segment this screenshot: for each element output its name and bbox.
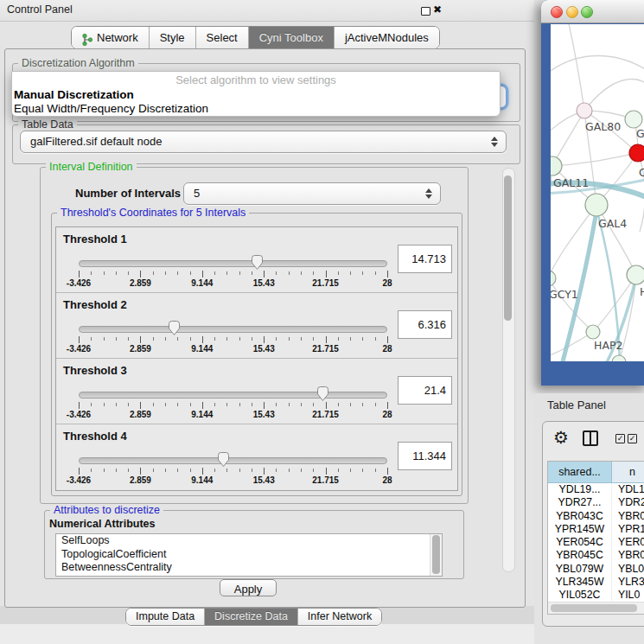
network-node[interactable] xyxy=(551,271,556,286)
cell-name[interactable]: YBR0 xyxy=(612,510,644,523)
network-node[interactable] xyxy=(625,111,642,128)
threshold-slider[interactable] xyxy=(79,386,387,402)
network-canvas[interactable]: GAL80GACGAL11GAL4GCY1HHAP2 xyxy=(551,24,644,361)
tick-mark xyxy=(128,469,129,472)
tab-discretize-data[interactable]: Discretize Data xyxy=(204,609,297,625)
close-icon[interactable]: ✖ xyxy=(433,3,442,16)
table-row[interactable]: YPR145WYPR1 xyxy=(548,523,644,536)
network-edge xyxy=(568,24,584,111)
table-data-combobox[interactable]: galFiltered.sif default node xyxy=(20,131,507,153)
list-item[interactable]: SelfLoops xyxy=(56,534,442,548)
scrollbar-thumb[interactable] xyxy=(551,604,637,612)
cell-shared-name[interactable]: YIL052C xyxy=(548,589,612,602)
table-row[interactable]: YDL19...YDL1 xyxy=(548,483,644,496)
table-row[interactable]: YER054CYER0 xyxy=(548,536,644,549)
cell-shared-name[interactable]: YPR145W xyxy=(548,523,612,536)
split-columns-icon[interactable] xyxy=(583,430,598,446)
popup-item-manual-discretization[interactable]: Manual Discretization xyxy=(12,88,500,102)
tick-mark xyxy=(276,271,277,275)
popup-item-equal-width-frequency[interactable]: Equal Width/Frequency Discretization xyxy=(12,102,500,116)
table-row[interactable]: YBR043CYBR0 xyxy=(548,510,644,523)
slider-track[interactable] xyxy=(79,392,387,399)
threshold-value-field[interactable]: 14.713 xyxy=(398,245,452,273)
cell-name[interactable]: YBL0 xyxy=(612,563,644,576)
float-window-icon[interactable] xyxy=(421,7,430,16)
horizontal-scrollbar[interactable] xyxy=(548,602,644,614)
tab-infer-network[interactable]: Infer Network xyxy=(297,609,381,625)
slider-thumb-icon[interactable] xyxy=(251,255,264,271)
network-node[interactable] xyxy=(629,144,644,162)
tick-label: -3.426 xyxy=(67,344,91,354)
network-node[interactable] xyxy=(585,194,608,216)
tick-mark xyxy=(79,336,80,343)
slider-track[interactable] xyxy=(79,260,387,267)
tab-network[interactable]: Network xyxy=(72,27,149,48)
cell-shared-name[interactable]: YBR043C xyxy=(548,510,612,523)
table-row[interactable]: YBR045CYBR0 xyxy=(548,549,644,562)
list-item[interactable]: TopologicalCoefficient xyxy=(56,548,442,562)
slider-track[interactable] xyxy=(79,326,387,333)
list-item[interactable]: BetweennessCentrality xyxy=(56,561,442,575)
threshold-slider[interactable] xyxy=(79,452,387,468)
minimize-traffic-light[interactable] xyxy=(566,6,578,18)
threshold-slider[interactable] xyxy=(79,321,387,336)
cell-shared-name[interactable]: YBR045C xyxy=(548,549,612,562)
threshold-slider[interactable] xyxy=(79,255,387,271)
tick-mark xyxy=(350,403,351,406)
network-icon xyxy=(82,32,92,44)
table-row[interactable]: YDR27...YDR2 xyxy=(548,496,644,509)
column-header-name[interactable]: n xyxy=(612,462,644,482)
cell-name[interactable]: YLR3 xyxy=(612,576,644,589)
network-node[interactable] xyxy=(586,325,600,339)
checkbox-icon[interactable]: ✓ xyxy=(628,434,637,443)
close-traffic-light[interactable] xyxy=(551,6,563,18)
attributes-scrollbar[interactable] xyxy=(430,534,442,576)
tick-mark xyxy=(116,271,117,275)
column-header-shared-name[interactable]: shared... xyxy=(548,462,612,482)
table-row[interactable]: YLR345WYLR3 xyxy=(548,576,644,589)
threshold-value-field[interactable]: 11.344 xyxy=(398,442,452,470)
scrollbar-thumb[interactable] xyxy=(432,535,440,574)
table-row[interactable]: YIL052CYIL0 xyxy=(548,589,644,602)
tab-style[interactable]: Style xyxy=(149,27,195,48)
cell-name[interactable]: YDL1 xyxy=(612,483,644,496)
cell-name[interactable]: YER0 xyxy=(612,536,644,549)
cell-shared-name[interactable]: YDL19... xyxy=(548,483,612,496)
checkbox-icon[interactable]: ✓ xyxy=(615,434,625,443)
network-node[interactable] xyxy=(551,156,562,175)
apply-button[interactable]: Apply xyxy=(220,579,277,596)
cell-name[interactable]: YIL0 xyxy=(612,589,644,602)
settings-scrollbar[interactable] xyxy=(502,168,515,572)
slider-thumb-icon[interactable] xyxy=(316,386,329,402)
table-row[interactable]: YBL079WYBL0 xyxy=(548,563,644,576)
network-node[interactable] xyxy=(577,103,592,118)
network-node[interactable] xyxy=(612,355,626,361)
threshold-value-field[interactable]: 21.4 xyxy=(398,376,452,405)
tab-select[interactable]: Select xyxy=(195,27,248,48)
cell-shared-name[interactable]: YLR345W xyxy=(548,576,612,589)
panel-title: Control Panel xyxy=(7,3,73,16)
slider-thumb-icon[interactable] xyxy=(168,321,181,336)
cell-name[interactable]: YPR1 xyxy=(612,523,644,536)
slider-track[interactable] xyxy=(79,457,387,464)
network-node[interactable] xyxy=(627,265,644,284)
tick-mark xyxy=(91,469,92,472)
tick-mark xyxy=(104,469,105,472)
tab-cyni-toolbox[interactable]: Cyni Toolbox xyxy=(248,27,334,48)
gear-icon[interactable]: ⚙ xyxy=(553,427,569,448)
tab-jactivemnodules[interactable]: jActiveMNodules xyxy=(334,27,439,48)
slider-thumb-icon[interactable] xyxy=(217,452,230,468)
network-node-label: H xyxy=(640,285,644,298)
cell-name[interactable]: YDR2 xyxy=(612,496,644,509)
tab-impute-data[interactable]: Impute Data xyxy=(126,609,204,625)
numerical-attributes-list[interactable]: SelfLoopsTopologicalCoefficientBetweenne… xyxy=(55,533,443,577)
tick-mark xyxy=(226,403,227,406)
scrollbar-thumb[interactable] xyxy=(504,175,512,321)
zoom-traffic-light[interactable] xyxy=(581,6,593,18)
cell-shared-name[interactable]: YDR27... xyxy=(548,496,612,509)
threshold-value-field[interactable]: 6.316 xyxy=(398,310,452,339)
num-intervals-combobox[interactable]: 5 xyxy=(183,182,441,205)
cell-shared-name[interactable]: YBL079W xyxy=(548,563,612,576)
cell-shared-name[interactable]: YER054C xyxy=(548,536,612,549)
cell-name[interactable]: YBR0 xyxy=(612,549,644,562)
